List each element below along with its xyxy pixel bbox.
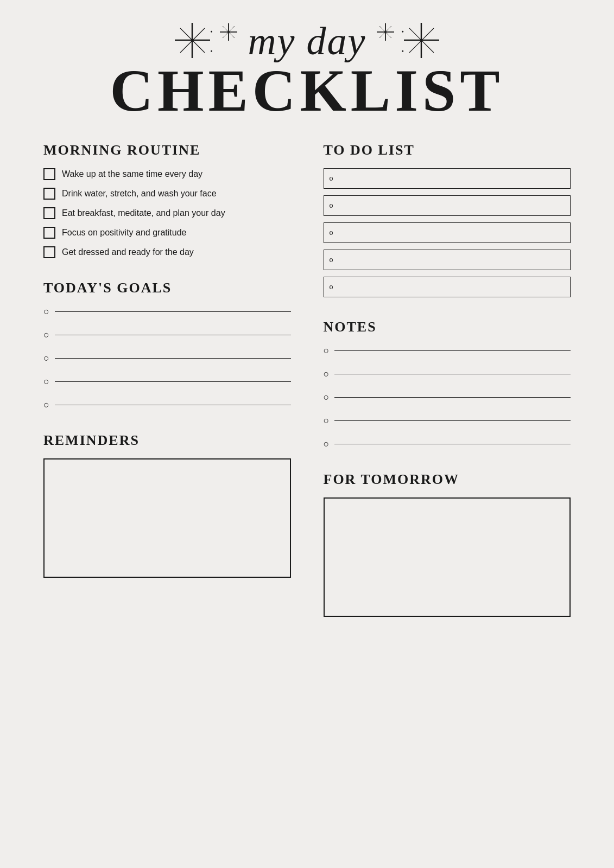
main-title: CHECKLIST — [43, 61, 571, 120]
list-item: ○ — [324, 345, 571, 356]
notes-list: ○ ○ ○ ○ ○ — [324, 345, 571, 450]
list-item: ○ — [43, 376, 291, 387]
note-bullet-icon: ○ — [324, 392, 330, 403]
reminders-box[interactable] — [43, 458, 291, 578]
header: ● ● my day — [43, 22, 571, 120]
note-line[interactable] — [334, 420, 571, 421]
left-sparkle-small-icon — [220, 23, 237, 43]
header-icons: ● ● my day — [43, 22, 571, 61]
for-tomorrow-title: FOR TOMORROW — [324, 471, 571, 488]
note-line[interactable] — [334, 397, 571, 398]
checkbox-1[interactable] — [43, 168, 55, 180]
goal-bullet-icon: ○ — [43, 353, 49, 364]
script-title: my day — [248, 22, 366, 61]
todays-goals-title: TODAY'S GOALS — [43, 280, 291, 296]
list-item: ○ — [43, 353, 291, 364]
left-sparkle-group: ● ● — [175, 23, 237, 60]
todo-bullet-icon: o — [330, 201, 333, 210]
list-item: ○ — [324, 392, 571, 403]
goal-line[interactable] — [55, 381, 291, 382]
left-sparkle-large-icon — [175, 23, 210, 60]
notes-title: NOTES — [324, 319, 571, 335]
page: ● ● my day — [0, 0, 614, 868]
goal-line[interactable] — [55, 311, 291, 312]
list-item[interactable]: o — [324, 168, 571, 189]
list-item: Drink water, stretch, and wash your face — [43, 188, 291, 200]
list-item: ○ — [324, 438, 571, 450]
checklist-text-5: Get dressed and ready for the day — [62, 247, 194, 257]
checklist-text-4: Focus on positivity and gratitude — [62, 228, 186, 238]
note-bullet-icon: ○ — [324, 415, 330, 426]
list-item: ○ — [43, 399, 291, 411]
goal-bullet-icon: ○ — [43, 306, 49, 317]
list-item: Get dressed and ready for the day — [43, 246, 291, 258]
for-tomorrow-section: FOR TOMORROW — [324, 471, 571, 617]
right-sparkle-small-icon — [377, 23, 394, 43]
left-dot-top-icon: ● — [210, 29, 212, 34]
list-item[interactable]: o — [324, 277, 571, 297]
goal-bullet-icon: ○ — [43, 329, 49, 341]
todays-goals-section: TODAY'S GOALS ○ ○ ○ ○ — [43, 280, 291, 411]
goals-list: ○ ○ ○ ○ ○ — [43, 306, 291, 411]
reminders-section: REMINDERS — [43, 432, 291, 578]
todo-bullet-icon: o — [330, 283, 333, 291]
todo-title: TO DO LIST — [324, 142, 571, 158]
list-item[interactable]: o — [324, 250, 571, 270]
note-bullet-icon: ○ — [324, 368, 330, 380]
checkbox-2[interactable] — [43, 188, 55, 200]
note-line[interactable] — [334, 350, 571, 351]
checklist-text-2: Drink water, stretch, and wash your face — [62, 189, 217, 199]
checklist-text-3: Eat breakfast, meditate, and plan your d… — [62, 208, 225, 218]
right-sparkle-large-icon — [404, 23, 439, 60]
checklist-text-1: Wake up at the same time every day — [62, 169, 202, 179]
goal-bullet-icon: ○ — [43, 399, 49, 411]
checkbox-3[interactable] — [43, 207, 55, 219]
morning-routine-list: Wake up at the same time every day Drink… — [43, 168, 291, 258]
todo-section: TO DO LIST o o o o o — [324, 142, 571, 297]
note-bullet-icon: ○ — [324, 438, 330, 450]
left-column: MORNING ROUTINE Wake up at the same time… — [43, 142, 291, 639]
notes-section: NOTES ○ ○ ○ ○ — [324, 319, 571, 450]
note-line[interactable] — [334, 444, 571, 444]
left-dot-bottom-icon: ● — [210, 49, 212, 53]
list-item[interactable]: o — [324, 195, 571, 216]
todo-bullet-icon: o — [330, 174, 333, 183]
morning-routine-title: MORNING ROUTINE — [43, 142, 291, 158]
goal-line[interactable] — [55, 405, 291, 405]
goal-bullet-icon: ○ — [43, 376, 49, 387]
list-item[interactable]: o — [324, 222, 571, 243]
todo-bullet-icon: o — [330, 228, 333, 237]
note-bullet-icon: ○ — [324, 345, 330, 356]
list-item: ○ — [43, 329, 291, 341]
list-item: Focus on positivity and gratitude — [43, 227, 291, 239]
todo-list: o o o o o — [324, 168, 571, 297]
content-grid: MORNING ROUTINE Wake up at the same time… — [43, 142, 571, 639]
goal-line[interactable] — [55, 358, 291, 359]
list-item: Eat breakfast, meditate, and plan your d… — [43, 207, 291, 219]
list-item: Wake up at the same time every day — [43, 168, 291, 180]
list-item: ○ — [43, 306, 291, 317]
right-column: TO DO LIST o o o o o — [324, 142, 571, 639]
checkbox-5[interactable] — [43, 246, 55, 258]
note-line[interactable] — [334, 374, 571, 374]
list-item: ○ — [324, 415, 571, 426]
list-item: ○ — [324, 368, 571, 380]
reminders-title: REMINDERS — [43, 432, 291, 449]
morning-routine-section: MORNING ROUTINE Wake up at the same time… — [43, 142, 291, 258]
todo-bullet-icon: o — [330, 256, 333, 264]
right-sparkle-group: ● ● — [377, 23, 439, 60]
goal-line[interactable] — [55, 335, 291, 335]
checkbox-4[interactable] — [43, 227, 55, 239]
for-tomorrow-box[interactable] — [324, 497, 571, 617]
script-title-container: my day — [248, 22, 366, 61]
